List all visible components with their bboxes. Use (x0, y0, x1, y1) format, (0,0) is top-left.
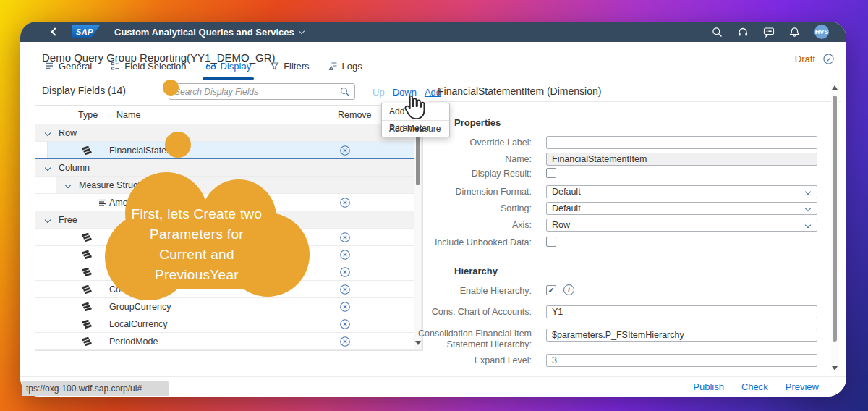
tab-display[interactable]: Display (205, 58, 252, 74)
sorting-select[interactable]: Default (546, 202, 817, 215)
remove-button[interactable] (339, 318, 351, 330)
row-label: Cons (109, 284, 130, 295)
field-selection-icon (111, 62, 120, 71)
remove-button[interactable] (339, 197, 351, 208)
search-icon[interactable] (712, 27, 723, 38)
shell-bar: SAP Custom Analytical Queries and Servic… (20, 22, 846, 42)
chevron-down-icon (299, 27, 305, 33)
remove-button[interactable] (339, 284, 351, 295)
table-row[interactable] (35, 263, 422, 281)
section-title-properties: Properties (454, 117, 501, 128)
headset-icon[interactable] (737, 27, 749, 38)
table-row[interactable] (35, 246, 422, 263)
dimension-icon (82, 319, 92, 329)
search-input[interactable] (174, 87, 340, 97)
row-label: Amou (109, 198, 133, 208)
group-row-row[interactable]: Row (35, 124, 422, 142)
cons-chart-of-accounts-input[interactable] (546, 305, 817, 318)
dimension-icon (82, 302, 92, 312)
check-button[interactable]: Check (741, 381, 768, 392)
remove-button[interactable] (339, 249, 351, 260)
draft-info-icon[interactable] (822, 53, 835, 65)
search-field (169, 83, 355, 100)
tab-logs[interactable]: Logs (328, 58, 362, 74)
name-input[interactable] (546, 153, 817, 166)
table-row[interactable] (35, 229, 422, 246)
group-row-measure-structure[interactable]: Measure Structure (35, 177, 422, 194)
group-row-column[interactable]: Column (35, 159, 422, 177)
scrollbar-thumb[interactable] (833, 96, 837, 342)
table-row-groupcurrency[interactable]: GroupCurrency (35, 298, 422, 315)
remove-button[interactable] (339, 145, 351, 156)
properties-scrollbar[interactable] (831, 84, 839, 372)
app-title[interactable]: Custom Analytical Queries and Services (114, 27, 304, 38)
back-icon[interactable] (51, 27, 59, 35)
axis-value: Row (552, 220, 570, 230)
scroll-up-icon[interactable] (832, 85, 838, 90)
dimension-icon (82, 336, 92, 347)
chevron-down-icon (65, 182, 71, 188)
menu-item-add-parameter[interactable]: Add Parameter (382, 103, 449, 120)
chevron-down-icon (45, 217, 51, 223)
dimension-format-value: Default (552, 187, 581, 197)
sap-logo-text: SAP (76, 27, 93, 36)
checkmark-icon: ✓ (548, 286, 554, 295)
tab-field-selection[interactable]: Field Selection (111, 58, 186, 74)
chevron-down-icon (805, 222, 811, 228)
info-icon[interactable]: i (563, 284, 574, 295)
down-button[interactable]: Down (393, 87, 417, 98)
app-window: SAP Custom Analytical Queries and Servic… (20, 22, 846, 397)
tab-general-label: General (59, 61, 92, 72)
dimension-icon (82, 250, 92, 260)
measure-icon (98, 198, 108, 208)
field-label-consolidation-hierarchy: Consolidation Financial Item Statement H… (416, 329, 532, 350)
remove-button[interactable] (339, 266, 351, 278)
dimension-icon (82, 284, 92, 295)
browser-status-url: tps://oxg-100.wdf.sap.corp/ui# (22, 381, 169, 396)
expand-level-input[interactable] (546, 354, 817, 367)
preview-button[interactable]: Preview (786, 381, 819, 392)
tab-general[interactable]: General (45, 58, 92, 74)
tab-filters[interactable]: Filters (270, 58, 309, 74)
remove-button[interactable] (339, 301, 351, 313)
avatar[interactable]: HVS (814, 25, 829, 39)
field-label-enable-hierarchy: Enable Hierarchy: (416, 286, 532, 297)
dimension-icon (82, 267, 92, 277)
table-row-localcurrency[interactable]: LocalCurrency (35, 315, 422, 333)
table-row-amount[interactable]: Amou (35, 194, 422, 211)
field-label-name: Name: (416, 154, 532, 165)
override-label-input[interactable] (546, 136, 817, 149)
axis-select[interactable]: Row (546, 219, 817, 232)
include-unbooked-checkbox[interactable] (546, 237, 556, 247)
enable-hierarchy-checkbox[interactable]: ✓ (546, 285, 556, 295)
section-title-hierarchy: Hierarchy (454, 266, 498, 276)
chat-icon[interactable] (763, 27, 775, 38)
publish-button[interactable]: Publish (693, 381, 724, 392)
tab-field-selection-label: Field Selection (124, 61, 186, 72)
dimension-format-select[interactable]: Default (546, 185, 817, 198)
click-indicator-dot (165, 132, 191, 158)
chevron-down-icon (45, 130, 51, 136)
remove-button[interactable] (339, 232, 351, 243)
sap-logo: SAP (72, 25, 100, 38)
table-row-cons[interactable]: Cons (35, 281, 422, 298)
properties-panel-title: FinancialStatementItem (Dimension) (438, 85, 601, 97)
consolidation-hierarchy-input[interactable] (546, 329, 817, 342)
tab-logs-label: Logs (342, 61, 362, 72)
display-fields-table: Type Name Remove Row FinancialStatement … (35, 105, 423, 351)
menu-item-add-measure[interactable]: Add Measure (382, 120, 449, 137)
table-header: Type Name Remove (35, 106, 422, 124)
scroll-down-icon[interactable] (832, 366, 838, 370)
group-label: Free (59, 215, 77, 225)
up-button[interactable]: Up (373, 87, 385, 98)
field-label-axis: Axis: (416, 220, 532, 231)
filters-icon (270, 62, 279, 71)
group-row-free[interactable]: Free (35, 211, 422, 229)
table-row-financialstatementitem[interactable]: FinancialStatement (35, 142, 422, 159)
click-indicator-dot (163, 80, 179, 96)
display-result-checkbox[interactable] (546, 168, 556, 178)
search-icon[interactable] (340, 87, 349, 96)
table-row-periodmode[interactable]: PeriodMode (35, 333, 422, 350)
bell-icon[interactable] (789, 27, 800, 38)
remove-button[interactable] (339, 336, 351, 347)
